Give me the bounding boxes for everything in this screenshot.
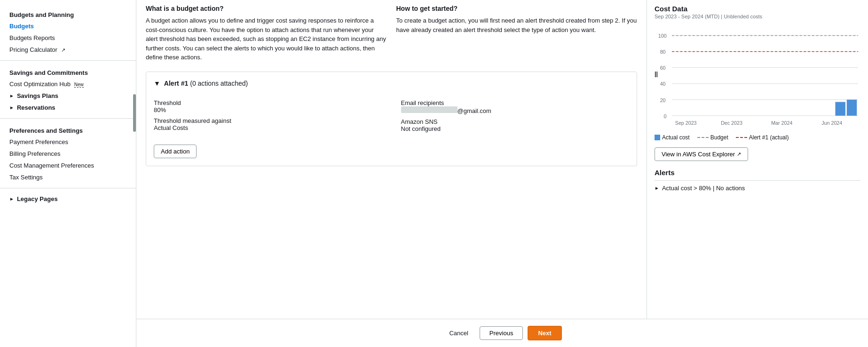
- next-button[interactable]: Next: [528, 326, 561, 340]
- svg-text:40: 40: [660, 81, 666, 87]
- legend-budget: Budget: [697, 134, 728, 141]
- external-link-icon: ↗: [61, 47, 65, 53]
- sidebar-item-tax-settings[interactable]: Tax Settings: [0, 171, 136, 183]
- svg-text:100: 100: [658, 33, 667, 39]
- new-badge: New: [74, 82, 84, 88]
- sidebar-section-savings: Savings and Commitments: [0, 65, 136, 78]
- chart-svg: 0 20 40 60 80 100: [655, 25, 860, 129]
- scrollbar-thumb[interactable]: [133, 94, 136, 132]
- sidebar-item-pricing-calculator[interactable]: Pricing Calculator ↗: [0, 44, 136, 56]
- svg-text:||: ||: [655, 71, 658, 77]
- legend-budget-icon: [697, 137, 709, 138]
- sidebar-divider-2: [0, 118, 136, 119]
- svg-text:80: 80: [660, 49, 666, 55]
- alert-1-section: ▼ Alert #1 (0 actions attached) Threshol…: [146, 72, 637, 166]
- threshold-measured-field: Threshold measured against Actual Costs: [154, 117, 382, 131]
- how-to-text: To create a budget action, you will firs…: [396, 16, 638, 34]
- sidebar-item-reservations[interactable]: ► Reservations: [0, 102, 136, 113]
- amazon-sns-value: Not configured: [401, 125, 630, 132]
- svg-text:Dec 2023: Dec 2023: [721, 120, 742, 126]
- center-panel: What is a budget action? A budget action…: [136, 0, 647, 319]
- expand-icon[interactable]: ►: [655, 186, 659, 191]
- threshold-label: Threshold: [154, 99, 382, 106]
- alert-count: (0 actions attached): [190, 80, 248, 87]
- what-is-budget-action-box: What is a budget action? A budget action…: [146, 5, 387, 62]
- sidebar-item-payment-preferences[interactable]: Payment Preferences: [0, 136, 136, 148]
- cancel-button[interactable]: Cancel: [442, 327, 474, 339]
- svg-text:0: 0: [663, 113, 666, 119]
- threshold-measured-label: Threshold measured against: [154, 117, 382, 124]
- cost-chart: 0 20 40 60 80 100: [655, 25, 860, 129]
- alert-item-label: Actual cost > 80% | No actions: [662, 185, 745, 192]
- alert-col-right: Email recipients @gmail.com Amazon SNS N…: [401, 99, 630, 136]
- alert-number: Alert #1: [164, 80, 188, 87]
- amazon-sns-field: Amazon SNS Not configured: [401, 118, 630, 132]
- how-to-get-started-box: How to get started? To create a budget a…: [396, 5, 638, 62]
- svg-text:Jun 2024: Jun 2024: [821, 120, 842, 126]
- external-link-icon: ↗: [737, 151, 741, 157]
- view-cost-label: View in AWS Cost Explorer: [662, 151, 735, 158]
- threshold-measured-value: Actual Costs: [154, 124, 382, 131]
- main-panel: What is a budget action? A budget action…: [136, 0, 868, 347]
- what-is-title: What is a budget action?: [146, 5, 387, 12]
- view-cost-explorer-button[interactable]: View in AWS Cost Explorer ↗: [655, 147, 748, 161]
- legend-actual-cost: Actual cost: [655, 134, 690, 141]
- legend-actual-cost-icon: [655, 135, 660, 140]
- chevron-right-icon: ►: [9, 196, 14, 202]
- main-content: What is a budget action? A budget action…: [136, 0, 868, 319]
- sidebar-section-preferences: Preferences and Settings: [0, 123, 136, 136]
- amazon-sns-label: Amazon SNS: [401, 118, 630, 125]
- sidebar: Budgets and Planning Budgets Budgets Rep…: [0, 0, 136, 347]
- alert-col-left: Threshold 80% Threshold measured against…: [154, 99, 382, 136]
- svg-text:60: 60: [660, 65, 666, 71]
- sidebar-item-budgets-reports[interactable]: Budgets Reports: [0, 32, 136, 44]
- sidebar-item-billing-preferences[interactable]: Billing Preferences: [0, 148, 136, 160]
- legend-budget-label: Budget: [710, 134, 728, 141]
- right-panel: Cost Data Sep 2023 - Sep 2024 (MTD) | Un…: [647, 0, 868, 319]
- svg-text:20: 20: [660, 97, 666, 103]
- sidebar-section-budgets-planning: Budgets and Planning: [0, 8, 136, 20]
- chevron-right-icon: ►: [9, 105, 14, 110]
- legend-alert: Alert #1 (actual): [736, 134, 789, 141]
- alerts-divider: [655, 180, 860, 181]
- threshold-field: Threshold 80%: [154, 99, 382, 113]
- what-is-text: A budget action allows you to define and…: [146, 16, 387, 62]
- sidebar-item-savings-plans[interactable]: ► Savings Plans: [0, 90, 136, 102]
- sidebar-divider-3: [0, 188, 136, 188]
- previous-button[interactable]: Previous: [480, 326, 523, 340]
- legend-actual-cost-label: Actual cost: [662, 134, 690, 141]
- bottom-bar: Cancel Previous Next: [136, 319, 868, 347]
- alert-fields: Threshold 80% Threshold measured against…: [154, 95, 629, 141]
- email-value: @gmail.com: [401, 106, 630, 114]
- svg-text:Mar 2024: Mar 2024: [771, 120, 792, 126]
- how-to-title: How to get started?: [396, 5, 638, 12]
- add-action-button[interactable]: Add action: [154, 145, 197, 158]
- info-boxes: What is a budget action? A budget action…: [146, 0, 637, 62]
- chart-legend: Actual cost Budget Alert #1 (actual): [655, 134, 860, 141]
- sidebar-item-budgets[interactable]: Budgets: [0, 20, 136, 32]
- email-recipients-label: Email recipients: [401, 99, 630, 106]
- bar-actual-2: [847, 100, 857, 116]
- sidebar-divider-1: [0, 60, 136, 61]
- cost-data-subtitle: Sep 2023 - Sep 2024 (MTD) | Unblended co…: [655, 14, 860, 19]
- alerts-section-title: Alerts: [655, 169, 860, 177]
- alert-header: ▼ Alert #1 (0 actions attached): [154, 80, 629, 87]
- legend-alert-label: Alert #1 (actual): [749, 134, 789, 141]
- chevron-right-icon: ►: [9, 93, 14, 98]
- threshold-value: 80%: [154, 106, 382, 113]
- sidebar-item-legacy-pages[interactable]: ► Legacy Pages: [0, 193, 136, 205]
- email-recipients-field: Email recipients @gmail.com: [401, 99, 630, 114]
- collapse-icon[interactable]: ▼: [154, 80, 160, 87]
- email-redacted: [401, 106, 458, 113]
- legend-alert-icon: [736, 137, 747, 138]
- svg-text:Sep 2023: Sep 2023: [675, 120, 697, 126]
- sidebar-item-cost-optimization-hub[interactable]: Cost Optimization Hub New: [0, 78, 136, 90]
- cost-data-title: Cost Data: [655, 5, 860, 13]
- alert-list-item: ► Actual cost > 80% | No actions: [655, 185, 860, 192]
- sidebar-item-cost-management-preferences[interactable]: Cost Management Preferences: [0, 160, 136, 171]
- bar-actual-1: [835, 102, 845, 116]
